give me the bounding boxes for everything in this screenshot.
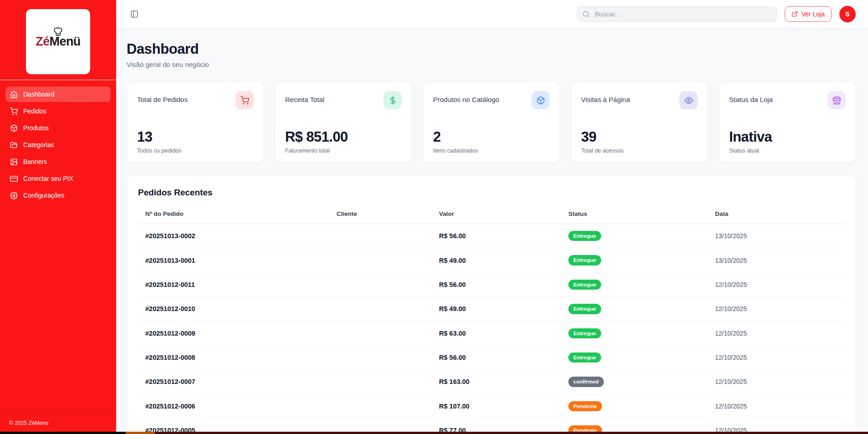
status-badge: Entregue xyxy=(568,255,601,265)
topbar: Ver Loja S xyxy=(116,0,868,29)
sidebar-item-produtos[interactable]: Produtos xyxy=(5,120,111,136)
sidebar-item-label: Categorias xyxy=(23,141,54,148)
table-row[interactable]: #20251013-0002 R$ 56.00 Entregue 13/10/2… xyxy=(138,224,845,248)
package-icon xyxy=(10,124,18,132)
credit-card-icon xyxy=(10,175,18,183)
order-value: R$ 56.00 xyxy=(432,272,561,296)
sidebar-item-dashboard[interactable]: Dashboard xyxy=(5,87,111,102)
search-icon xyxy=(582,10,590,18)
sidebar-item-label: Pedidos xyxy=(23,107,46,115)
table-header-row: Nº do Pedido Cliente Valor Status Data xyxy=(138,202,845,224)
cart-icon xyxy=(235,91,254,109)
status-badge: Entregue xyxy=(568,352,601,363)
stat-value: Inativa xyxy=(729,130,846,145)
sidebar-item-configuracoes[interactable]: Configurações xyxy=(5,188,111,203)
recent-orders-title: Pedidos Recentes xyxy=(138,188,845,198)
sidebar-toggle-icon[interactable] xyxy=(130,10,138,18)
order-date: 12/10/2025 xyxy=(708,370,845,394)
dollar-icon xyxy=(383,91,402,109)
external-link-icon xyxy=(791,11,798,17)
table-row[interactable]: #20251013-0001 R$ 49.00 Entregue 13/10/2… xyxy=(138,248,845,272)
stats-row: Total de Pedidos 13 Todos os pedidos Rec… xyxy=(127,82,856,163)
page-subtitle: Visão geral do seu negócio xyxy=(127,61,856,68)
home-icon xyxy=(10,91,18,98)
sidebar-item-pedidos[interactable]: Pedidos xyxy=(5,103,111,119)
status-badge: confirmed xyxy=(568,377,604,387)
chef-hat-icon xyxy=(52,27,64,37)
sidebar-nav: Dashboard Pedidos Produtos Categorias Ba… xyxy=(0,80,116,204)
table-row[interactable]: #20251012-0009 R$ 63.00 Entregue 12/10/2… xyxy=(138,321,845,345)
table-row[interactable]: #20251012-0008 R$ 56.00 Entregue 12/10/2… xyxy=(138,345,845,369)
sidebar: ZéMenü Dashboard Pedidos Produtos Catego… xyxy=(0,0,116,434)
brand-logo-primary: Zé xyxy=(36,35,49,48)
order-date: 12/10/2025 xyxy=(708,297,845,321)
sidebar-item-categorias[interactable]: Categorias xyxy=(5,137,111,153)
column-header-value: Valor xyxy=(432,202,561,224)
image-icon xyxy=(10,158,18,166)
folder-open-icon xyxy=(10,141,18,149)
column-header-date: Data xyxy=(708,202,845,224)
order-value: R$ 56.00 xyxy=(432,345,561,369)
table-row[interactable]: #20251012-0011 R$ 56.00 Entregue 12/10/2… xyxy=(138,272,845,296)
order-client xyxy=(329,370,432,394)
order-date: 12/10/2025 xyxy=(708,345,845,369)
column-header-client: Cliente xyxy=(329,202,432,224)
stat-value: R$ 851.00 xyxy=(285,130,402,145)
bottom-edge-segment xyxy=(126,432,155,434)
shopping-cart-icon xyxy=(10,107,18,115)
order-client xyxy=(329,321,432,345)
sidebar-item-label: Banners xyxy=(23,158,47,165)
order-number: #20251012-0011 xyxy=(138,272,329,296)
sidebar-item-conectar-pix[interactable]: Conectar seu PIX xyxy=(5,171,111,186)
sidebar-item-banners[interactable]: Banners xyxy=(5,154,111,169)
store-icon xyxy=(827,91,846,109)
search-input[interactable] xyxy=(594,10,771,18)
package-icon xyxy=(531,91,550,109)
sidebar-footer-copyright: © 2025 ZéMenu xyxy=(0,413,116,434)
order-client xyxy=(329,248,432,272)
user-avatar[interactable]: S xyxy=(839,6,856,22)
page-content: Dashboard Visão geral do seu negócio Tot… xyxy=(116,29,868,434)
order-number: #20251012-0006 xyxy=(138,394,329,418)
stat-card-produtos-catalogo: Produtos no Catálogo 2 Itens cadastrados xyxy=(423,82,560,163)
topbar-right: Ver Loja S xyxy=(577,6,856,22)
stat-title: Status da Loja xyxy=(729,91,773,103)
status-badge: Entregue xyxy=(568,231,601,241)
table-row[interactable]: #20251012-0007 R$ 163.00 confirmed 12/10… xyxy=(138,370,845,394)
order-client xyxy=(329,224,432,248)
gear-icon xyxy=(10,192,18,199)
order-client xyxy=(329,272,432,296)
status-badge: Entregue xyxy=(568,328,601,338)
stat-value: 2 xyxy=(433,130,550,145)
stat-caption: Faturamento total xyxy=(285,148,402,154)
order-client xyxy=(329,394,432,418)
order-date: 13/10/2025 xyxy=(708,248,845,272)
bottom-edge-segment xyxy=(0,432,126,434)
stat-caption: Itens cadastrados xyxy=(433,148,550,154)
sidebar-item-label: Configurações xyxy=(23,192,64,199)
stat-card-total-pedidos: Total de Pedidos 13 Todos os pedidos xyxy=(127,82,264,163)
brand-logo-text: ZéMenü xyxy=(36,36,80,48)
stat-caption: Todos os pedidos xyxy=(137,148,254,154)
order-date: 13/10/2025 xyxy=(708,224,845,248)
table-row[interactable]: #20251012-0006 R$ 107.00 Pendente 12/10/… xyxy=(138,394,845,418)
stat-caption: Status atual xyxy=(729,148,846,154)
view-store-button[interactable]: Ver Loja xyxy=(785,6,832,22)
stat-card-visitas-pagina: Visitas à Página 39 Total de acessos xyxy=(571,82,708,163)
sidebar-item-label: Conectar seu PIX xyxy=(23,175,73,182)
search-box[interactable] xyxy=(577,6,777,22)
stat-title: Receita Total xyxy=(285,91,324,103)
order-date: 12/10/2025 xyxy=(708,394,845,418)
brand-logo: ZéMenü xyxy=(26,9,90,74)
order-date: 12/10/2025 xyxy=(708,272,845,296)
table-row[interactable]: #20251012-0010 R$ 49.00 Entregue 12/10/2… xyxy=(138,297,845,321)
stat-title: Total de Pedidos xyxy=(137,91,188,103)
eye-icon xyxy=(679,91,698,109)
status-badge: Entregue xyxy=(568,280,601,290)
order-value: R$ 49.00 xyxy=(432,297,561,321)
view-store-label: Ver Loja xyxy=(802,10,825,18)
order-client xyxy=(329,345,432,369)
status-badge: Pendente xyxy=(568,401,602,411)
recent-orders-card: Pedidos Recentes Nº do Pedido Cliente Va… xyxy=(127,175,856,434)
stat-value: 39 xyxy=(581,130,698,145)
